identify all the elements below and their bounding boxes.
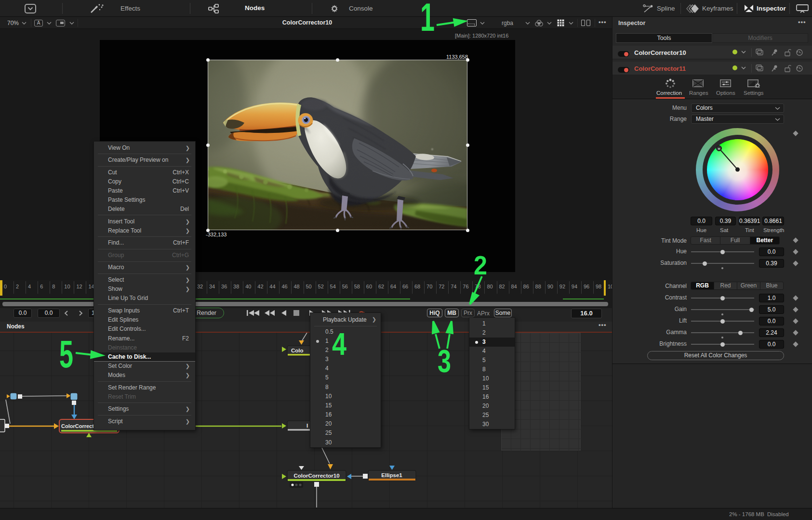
svg-text:I: I — [306, 423, 308, 429]
svg-text:ColorCorrector10: ColorCorrector10 — [293, 473, 339, 479]
svg-text:M: M — [718, 147, 720, 150]
svg-text:Ellipse1: Ellipse1 — [381, 472, 402, 478]
svg-text:Colo: Colo — [291, 348, 304, 353]
